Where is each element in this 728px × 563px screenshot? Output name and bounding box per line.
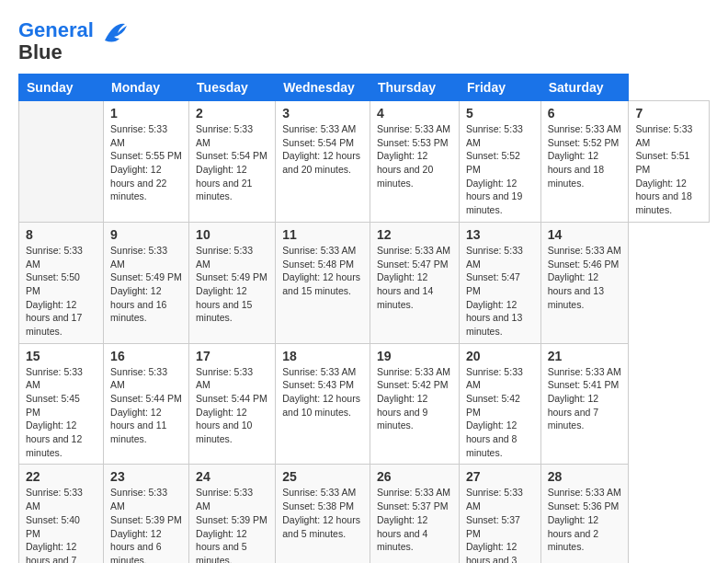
day-number: 24 — [196, 469, 268, 484]
day-number: 14 — [548, 227, 622, 242]
calendar-header-wednesday: Wednesday — [276, 75, 370, 101]
day-number: 1 — [110, 106, 182, 121]
calendar-cell: 22Sunrise: 5:33 AMSunset: 5:40 PMDayligh… — [19, 465, 104, 563]
day-info: Sunrise: 5:33 AMSunset: 5:37 PMDaylight:… — [377, 486, 452, 553]
day-number: 28 — [548, 469, 622, 484]
calendar-header-saturday: Saturday — [540, 75, 629, 101]
day-number: 27 — [466, 469, 534, 484]
calendar-cell: 19Sunrise: 5:33 AMSunset: 5:42 PMDayligh… — [370, 343, 459, 465]
calendar-cell: 9Sunrise: 5:33 AMSunset: 5:49 PMDaylight… — [104, 222, 189, 343]
day-info: Sunrise: 5:33 AMSunset: 5:36 PMDaylight:… — [548, 486, 622, 553]
day-number: 4 — [377, 106, 452, 121]
calendar-cell: 3Sunrise: 5:33 AMSunset: 5:54 PMDaylight… — [276, 101, 370, 223]
calendar-cell: 17Sunrise: 5:33 AMSunset: 5:44 PMDayligh… — [189, 343, 276, 465]
day-number: 23 — [110, 469, 182, 484]
day-number: 11 — [282, 227, 363, 242]
logo: General Blue — [18, 18, 127, 64]
day-info: Sunrise: 5:33 AMSunset: 5:52 PMDaylight:… — [466, 122, 534, 217]
day-number: 7 — [635, 106, 702, 121]
day-number: 22 — [26, 469, 97, 484]
calendar-header-friday: Friday — [459, 75, 540, 101]
calendar-header-thursday: Thursday — [370, 75, 459, 101]
calendar-header-monday: Monday — [104, 75, 189, 101]
day-info: Sunrise: 5:33 AMSunset: 5:52 PMDaylight:… — [548, 122, 622, 190]
calendar-week-row: 15Sunrise: 5:33 AMSunset: 5:45 PMDayligh… — [19, 343, 710, 465]
calendar-cell: 25Sunrise: 5:33 AMSunset: 5:38 PMDayligh… — [276, 465, 370, 563]
calendar-cell: 8Sunrise: 5:33 AMSunset: 5:50 PMDaylight… — [19, 222, 104, 343]
day-number: 26 — [377, 469, 452, 484]
calendar-cell: 2Sunrise: 5:33 AMSunset: 5:54 PMDaylight… — [189, 101, 276, 223]
calendar-week-row: 1Sunrise: 5:33 AMSunset: 5:55 PMDaylight… — [19, 101, 710, 223]
day-info: Sunrise: 5:33 AMSunset: 5:43 PMDaylight:… — [282, 365, 363, 419]
day-info: Sunrise: 5:33 AMSunset: 5:54 PMDaylight:… — [196, 122, 268, 203]
day-info: Sunrise: 5:33 AMSunset: 5:46 PMDaylight:… — [548, 244, 622, 311]
calendar-cell: 4Sunrise: 5:33 AMSunset: 5:53 PMDaylight… — [370, 101, 459, 223]
calendar-cell: 5Sunrise: 5:33 AMSunset: 5:52 PMDaylight… — [459, 101, 540, 223]
day-info: Sunrise: 5:33 AMSunset: 5:48 PMDaylight:… — [282, 244, 363, 298]
day-number: 2 — [196, 106, 268, 121]
day-info: Sunrise: 5:33 AMSunset: 5:53 PMDaylight:… — [377, 122, 452, 190]
calendar-cell: 24Sunrise: 5:33 AMSunset: 5:39 PMDayligh… — [189, 465, 276, 563]
day-info: Sunrise: 5:33 AMSunset: 5:38 PMDaylight:… — [282, 486, 363, 540]
day-info: Sunrise: 5:33 AMSunset: 5:55 PMDaylight:… — [110, 122, 182, 203]
calendar-cell: 1Sunrise: 5:33 AMSunset: 5:55 PMDaylight… — [104, 101, 189, 223]
calendar-week-row: 22Sunrise: 5:33 AMSunset: 5:40 PMDayligh… — [19, 465, 710, 563]
day-number: 20 — [466, 349, 534, 363]
day-info: Sunrise: 5:33 AMSunset: 5:39 PMDaylight:… — [110, 486, 182, 563]
calendar-cell: 15Sunrise: 5:33 AMSunset: 5:45 PMDayligh… — [19, 343, 104, 465]
day-info: Sunrise: 5:33 AMSunset: 5:50 PMDaylight:… — [26, 244, 97, 339]
day-number: 18 — [282, 349, 363, 363]
calendar-cell: 10Sunrise: 5:33 AMSunset: 5:49 PMDayligh… — [189, 222, 276, 343]
calendar-header-tuesday: Tuesday — [189, 75, 276, 101]
day-info: Sunrise: 5:33 AMSunset: 5:49 PMDaylight:… — [196, 244, 268, 325]
day-info: Sunrise: 5:33 AMSunset: 5:45 PMDaylight:… — [26, 365, 97, 460]
calendar-cell: 26Sunrise: 5:33 AMSunset: 5:37 PMDayligh… — [370, 465, 459, 563]
calendar-table: SundayMondayTuesdayWednesdayThursdayFrid… — [18, 74, 710, 563]
calendar-week-row: 8Sunrise: 5:33 AMSunset: 5:50 PMDaylight… — [19, 222, 710, 343]
day-info: Sunrise: 5:33 AMSunset: 5:39 PMDaylight:… — [196, 486, 268, 563]
calendar-cell: 16Sunrise: 5:33 AMSunset: 5:44 PMDayligh… — [104, 343, 189, 465]
calendar-cell: 12Sunrise: 5:33 AMSunset: 5:47 PMDayligh… — [370, 222, 459, 343]
day-info: Sunrise: 5:33 AMSunset: 5:49 PMDaylight:… — [110, 244, 182, 325]
day-number: 25 — [282, 469, 363, 484]
day-info: Sunrise: 5:33 AMSunset: 5:42 PMDaylight:… — [466, 365, 534, 460]
day-info: Sunrise: 5:33 AMSunset: 5:51 PMDaylight:… — [635, 122, 702, 217]
calendar-cell: 11Sunrise: 5:33 AMSunset: 5:48 PMDayligh… — [276, 222, 370, 343]
day-number: 6 — [548, 106, 622, 121]
day-number: 3 — [282, 106, 363, 121]
day-info: Sunrise: 5:33 AMSunset: 5:47 PMDaylight:… — [466, 244, 534, 339]
calendar-cell: 14Sunrise: 5:33 AMSunset: 5:46 PMDayligh… — [540, 222, 629, 343]
day-number: 21 — [548, 349, 622, 363]
calendar-cell: 6Sunrise: 5:33 AMSunset: 5:52 PMDaylight… — [540, 101, 629, 223]
day-info: Sunrise: 5:33 AMSunset: 5:54 PMDaylight:… — [282, 122, 363, 177]
day-number: 12 — [377, 227, 452, 242]
day-info: Sunrise: 5:33 AMSunset: 5:44 PMDaylight:… — [196, 365, 268, 446]
day-number: 10 — [196, 227, 268, 242]
day-info: Sunrise: 5:33 AMSunset: 5:40 PMDaylight:… — [26, 486, 97, 563]
calendar-cell: 27Sunrise: 5:33 AMSunset: 5:37 PMDayligh… — [459, 465, 540, 563]
day-info: Sunrise: 5:33 AMSunset: 5:37 PMDaylight:… — [466, 486, 534, 563]
day-number: 16 — [110, 349, 182, 363]
calendar-cell: 21Sunrise: 5:33 AMSunset: 5:41 PMDayligh… — [540, 343, 629, 465]
day-info: Sunrise: 5:33 AMSunset: 5:44 PMDaylight:… — [110, 365, 182, 446]
day-number: 19 — [377, 349, 452, 363]
day-number: 17 — [196, 349, 268, 363]
calendar-cell: 20Sunrise: 5:33 AMSunset: 5:42 PMDayligh… — [459, 343, 540, 465]
calendar-header-sunday: Sunday — [19, 75, 104, 101]
day-info: Sunrise: 5:33 AMSunset: 5:47 PMDaylight:… — [377, 244, 452, 311]
calendar-cell: 7Sunrise: 5:33 AMSunset: 5:51 PMDaylight… — [629, 101, 710, 223]
page-header: General Blue — [18, 18, 710, 64]
calendar-cell — [19, 101, 104, 223]
calendar-cell: 23Sunrise: 5:33 AMSunset: 5:39 PMDayligh… — [104, 465, 189, 563]
day-info: Sunrise: 5:33 AMSunset: 5:41 PMDaylight:… — [548, 365, 622, 432]
day-info: Sunrise: 5:33 AMSunset: 5:42 PMDaylight:… — [377, 365, 452, 432]
day-number: 5 — [466, 106, 534, 121]
calendar-cell: 13Sunrise: 5:33 AMSunset: 5:47 PMDayligh… — [459, 222, 540, 343]
calendar-header-row: SundayMondayTuesdayWednesdayThursdayFrid… — [19, 75, 710, 101]
day-number: 9 — [110, 227, 182, 242]
calendar-cell: 18Sunrise: 5:33 AMSunset: 5:43 PMDayligh… — [276, 343, 370, 465]
logo-bird-icon — [101, 18, 127, 44]
day-number: 13 — [466, 227, 534, 242]
day-number: 15 — [26, 349, 97, 363]
calendar-cell: 28Sunrise: 5:33 AMSunset: 5:36 PMDayligh… — [540, 465, 629, 563]
